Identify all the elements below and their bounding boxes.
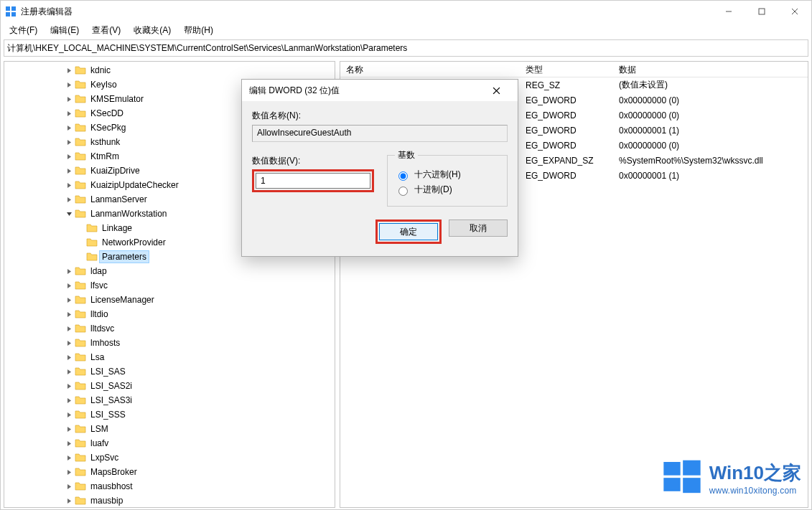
expander-icon[interactable] bbox=[63, 452, 75, 463]
tree-item-mausbhost[interactable]: mausbhost bbox=[6, 479, 335, 494]
expander-icon[interactable] bbox=[63, 423, 75, 435]
address-bar[interactable]: 计算机\HKEY_LOCAL_MACHINE\SYSTEM\CurrentCon… bbox=[4, 39, 808, 57]
tree-item-lsm[interactable]: LSM bbox=[6, 422, 335, 436]
tree-item-licensemanager[interactable]: LicenseManager bbox=[6, 293, 335, 307]
folder-icon bbox=[75, 136, 86, 148]
radio-hex-input[interactable] bbox=[398, 171, 408, 181]
tree-item-label: KSecPkg bbox=[88, 122, 128, 133]
radio-dec[interactable]: 十进制(D) bbox=[395, 184, 500, 196]
expander-icon[interactable] bbox=[63, 351, 75, 363]
value-type: EG_DWORD bbox=[520, 140, 613, 151]
tree-item-lsi_sas2i[interactable]: LSI_SAS2i bbox=[6, 379, 335, 393]
value-name-field[interactable]: AllowInsecureGuestAuth bbox=[252, 125, 508, 142]
expander-icon[interactable] bbox=[63, 79, 75, 90]
expander-icon[interactable] bbox=[63, 208, 75, 219]
expander-icon[interactable] bbox=[63, 151, 75, 162]
address-path: 计算机\HKEY_LOCAL_MACHINE\SYSTEM\CurrentCon… bbox=[7, 42, 407, 55]
value-data: 0x00000000 (0) bbox=[613, 140, 808, 151]
expander-icon[interactable] bbox=[63, 93, 75, 105]
expander-icon[interactable] bbox=[63, 308, 75, 320]
maximize-button[interactable] bbox=[745, 1, 778, 22]
windows-logo-icon bbox=[662, 457, 702, 499]
expander-icon[interactable] bbox=[63, 65, 75, 76]
tree-item-lltdio[interactable]: lltdio bbox=[6, 307, 335, 321]
menu-edit[interactable]: 编辑(E) bbox=[45, 23, 85, 38]
tree-item-label: lltdio bbox=[88, 308, 111, 320]
value-data: (数值未设置) bbox=[613, 78, 808, 92]
tree-item-lsi_sss[interactable]: LSI_SSS bbox=[6, 407, 335, 422]
tree-item-lxpsvc[interactable]: LxpSvc bbox=[6, 450, 335, 465]
value-data: %SystemRoot%\System32\wkssvc.dll bbox=[613, 155, 808, 166]
expander-icon[interactable] bbox=[63, 395, 75, 406]
col-header-data[interactable]: 数据 bbox=[613, 62, 808, 77]
tree-item-label: ldap bbox=[88, 265, 109, 277]
folder-icon bbox=[75, 308, 86, 320]
folder-icon bbox=[86, 251, 98, 263]
expander-icon[interactable] bbox=[63, 380, 75, 392]
menu-file[interactable]: 文件(F) bbox=[4, 23, 43, 38]
expander-icon[interactable] bbox=[63, 438, 75, 449]
ok-button[interactable]: 确定 bbox=[379, 223, 438, 240]
folder-icon bbox=[75, 452, 86, 463]
menu-view[interactable]: 查看(V) bbox=[86, 23, 126, 38]
col-header-name[interactable]: 名称 bbox=[340, 62, 520, 77]
tree-item-label: LanmanServer bbox=[88, 194, 149, 205]
tree-item-label: lltdsvc bbox=[88, 323, 116, 334]
value-data-highlight bbox=[252, 169, 374, 192]
svg-rect-0 bbox=[6, 6, 10, 11]
tree-item-ldap[interactable]: ldap bbox=[6, 264, 335, 278]
radio-dec-input[interactable] bbox=[398, 186, 408, 196]
minimize-button[interactable] bbox=[712, 1, 745, 22]
close-button[interactable] bbox=[778, 1, 811, 22]
expander-icon[interactable] bbox=[63, 337, 75, 349]
radio-dec-label: 十进制(D) bbox=[414, 184, 452, 196]
tree-item-label: kdnic bbox=[88, 65, 113, 76]
expander-icon[interactable] bbox=[63, 165, 75, 176]
tree-item-lsi_sas3i[interactable]: LSI_SAS3i bbox=[6, 393, 335, 407]
menu-fav[interactable]: 收藏夹(A) bbox=[128, 23, 177, 38]
expander-icon[interactable] bbox=[63, 194, 75, 205]
folder-icon bbox=[75, 495, 86, 506]
expander-icon[interactable] bbox=[63, 495, 75, 506]
expander-icon[interactable] bbox=[63, 294, 75, 306]
svg-rect-27 bbox=[683, 478, 701, 493]
expander-icon[interactable] bbox=[63, 265, 75, 277]
tree-item-luafv[interactable]: luafv bbox=[6, 436, 335, 450]
tree-item-label: LxpSvc bbox=[88, 452, 121, 463]
tree-item-label: KuaizipUpdateChecker bbox=[88, 179, 181, 191]
expander-icon[interactable] bbox=[63, 323, 75, 334]
tree-item-lfsvc[interactable]: lfsvc bbox=[6, 278, 335, 293]
tree-item-lsa[interactable]: Lsa bbox=[6, 350, 335, 364]
expander-icon[interactable] bbox=[63, 179, 75, 191]
tree-item-kdnic[interactable]: kdnic bbox=[6, 63, 335, 77]
folder-icon bbox=[75, 323, 86, 334]
value-data-input[interactable] bbox=[256, 173, 370, 189]
expander-icon[interactable] bbox=[63, 366, 75, 377]
expander-icon[interactable] bbox=[63, 136, 75, 148]
expander-icon[interactable] bbox=[63, 122, 75, 133]
tree-item-lltdsvc[interactable]: lltdsvc bbox=[6, 321, 335, 336]
expander-icon[interactable] bbox=[63, 108, 75, 119]
expander-icon[interactable] bbox=[63, 280, 75, 291]
menu-help[interactable]: 帮助(H) bbox=[178, 23, 219, 38]
expander-icon[interactable] bbox=[63, 466, 75, 478]
col-header-type[interactable]: 类型 bbox=[520, 62, 613, 77]
watermark-brand: Win10之家 bbox=[709, 461, 801, 486]
dialog-close-button[interactable] bbox=[482, 80, 510, 100]
cancel-button[interactable]: 取消 bbox=[449, 219, 508, 237]
tree-item-label: KMSEmulator bbox=[88, 93, 146, 105]
titlebar: 注册表编辑器 bbox=[1, 1, 811, 22]
tree-item-lsi_sas[interactable]: LSI_SAS bbox=[6, 364, 335, 379]
folder-icon bbox=[75, 294, 86, 306]
expander-icon[interactable] bbox=[63, 409, 75, 420]
tree-item-mapsbroker[interactable]: MapsBroker bbox=[6, 465, 335, 479]
value-data: 0x00000000 (0) bbox=[613, 110, 808, 121]
tree-item-mausbip[interactable]: mausbip bbox=[6, 494, 335, 508]
dialog-titlebar[interactable]: 编辑 DWORD (32 位)值 bbox=[242, 80, 518, 101]
value-type: EG_EXPAND_SZ bbox=[520, 155, 613, 166]
tree-item-lmhosts[interactable]: lmhosts bbox=[6, 336, 335, 350]
expander-icon[interactable] bbox=[63, 481, 75, 492]
tree-item-label: KeyIso bbox=[88, 79, 119, 90]
value-name-label: 数值名称(N): bbox=[252, 110, 508, 122]
radio-hex[interactable]: 十六进制(H) bbox=[395, 169, 500, 181]
